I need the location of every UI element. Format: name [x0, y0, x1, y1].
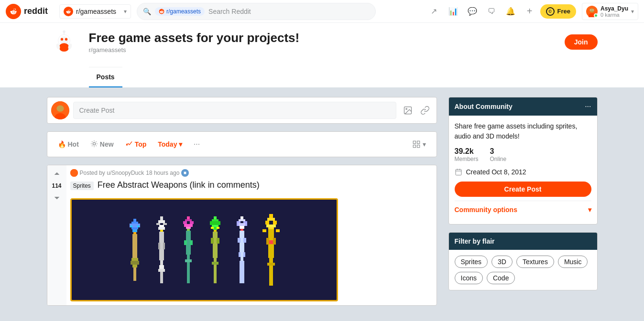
sort-new-button[interactable]: New: [86, 137, 119, 152]
about-community-card: About Community ··· Share free game asse…: [448, 97, 598, 225]
post-time: 18 hours ago: [146, 170, 179, 176]
svg-rect-30: [417, 145, 419, 148]
svg-rect-98: [239, 252, 240, 257]
svg-rect-109: [276, 229, 280, 232]
stats-icon-btn[interactable]: 📊: [445, 3, 462, 20]
svg-point-21: [56, 106, 64, 112]
sort-top-label: Top: [135, 140, 147, 148]
community-header-more-button[interactable]: ···: [585, 102, 591, 111]
weapon-5: [230, 216, 254, 283]
subreddit-dropdown-name: r/gameassets: [76, 8, 116, 15]
notifications-icon-btn[interactable]: 🔔: [502, 3, 519, 20]
svg-rect-87: [214, 265, 217, 283]
svg-rect-86: [212, 262, 218, 265]
subreddit-title: Free game assets for your projects!: [89, 31, 557, 45]
flair-3d[interactable]: 3D: [491, 256, 513, 268]
svg-rect-89: [239, 219, 245, 221]
user-menu[interactable]: Asya_Dyu 0 karma ▾: [582, 3, 638, 20]
flair-music[interactable]: Music: [558, 256, 588, 268]
flair-code[interactable]: Code: [487, 272, 515, 284]
subreddit-info: Free game assets for your projects! r/ga…: [89, 31, 557, 54]
search-placeholder: Search Reddit: [208, 8, 251, 15]
sort-bar: 🔥 Hot New Top: [47, 131, 437, 157]
svg-rect-83: [211, 238, 214, 244]
svg-rect-27: [413, 141, 415, 143]
upvote-button[interactable]: [51, 169, 63, 181]
svg-rect-108: [262, 229, 266, 232]
premium-label: Free: [557, 8, 570, 15]
svg-rect-60: [160, 272, 163, 283]
svg-rect-74: [214, 216, 217, 219]
chevron-down-options-icon: ▾: [588, 206, 591, 214]
svg-rect-45: [131, 225, 132, 227]
sidebar-create-post-button[interactable]: Create Post: [455, 182, 591, 197]
flair-textures[interactable]: Textures: [516, 256, 554, 268]
flair-icons[interactable]: Icons: [455, 272, 483, 284]
link-icon-btn[interactable]: [417, 103, 433, 118]
svg-rect-80: [217, 227, 219, 229]
post-flair[interactable]: Sprites: [70, 182, 94, 190]
reddit-logo[interactable]: reddit: [6, 4, 48, 19]
online-indicator: [594, 13, 598, 18]
poster-icon: [181, 169, 189, 177]
online-stat: 3 Online: [490, 147, 507, 162]
downvote-button[interactable]: [51, 191, 63, 203]
subreddit-icon: [47, 27, 81, 61]
fire-icon: 🔥: [58, 140, 66, 148]
community-stats: 39.2k Members 3 Online: [455, 147, 591, 162]
svg-rect-44: [133, 268, 136, 281]
svg-rect-88: [240, 216, 243, 219]
sort-today-button[interactable]: Today ▾: [153, 138, 187, 151]
user-info: Asya_Dyu 0 karma: [600, 5, 628, 18]
post-author-avatar: [70, 169, 78, 177]
svg-rect-104: [265, 221, 269, 225]
username: Asya_Dyu: [600, 5, 628, 12]
svg-rect-72: [185, 259, 192, 262]
svg-rect-112: [273, 238, 276, 245]
svg-rect-28: [417, 141, 419, 143]
sort-hot-button[interactable]: 🔥 Hot: [53, 138, 84, 151]
svg-rect-64: [190, 221, 194, 224]
community-description: Share free game assets including sprites…: [455, 121, 591, 141]
search-bar[interactable]: 🔍 r/gameassets Search Reddit: [137, 3, 376, 20]
post-meta: Posted by u/SnoopyDuck 18 hours ago: [70, 169, 433, 177]
search-icon: 🔍: [143, 8, 151, 15]
filter-flair-card: Filter by flair Sprites 3D Textures Musi…: [448, 232, 598, 290]
community-options-button[interactable]: Community options ▾: [455, 201, 591, 218]
image-upload-icon-btn[interactable]: [400, 103, 415, 118]
post-image[interactable]: [70, 198, 338, 301]
about-community-title: About Community: [455, 103, 513, 110]
members-stat: 39.2k Members: [455, 147, 479, 162]
svg-rect-115: [269, 266, 273, 286]
flair-sprites[interactable]: Sprites: [455, 256, 488, 268]
view-toggle-button[interactable]: ▾: [407, 137, 431, 151]
svg-rect-114: [267, 263, 275, 266]
svg-rect-65: [184, 224, 193, 227]
premium-button[interactable]: © Free: [540, 4, 576, 19]
video-chat-icon-btn[interactable]: 💬: [464, 3, 481, 20]
svg-point-13: [60, 38, 63, 41]
create-post-icons: [400, 103, 433, 118]
join-button[interactable]: Join: [565, 34, 598, 50]
weapons-image: [72, 200, 337, 300]
svg-rect-75: [212, 219, 218, 221]
create-post-input[interactable]: Create Post: [73, 102, 396, 119]
sort-more-button[interactable]: ···: [189, 137, 204, 152]
svg-point-9: [593, 10, 593, 10]
svg-rect-92: [239, 223, 245, 226]
subreddit-dropdown[interactable]: r/gameassets ▾: [59, 4, 131, 19]
svg-rect-51: [159, 225, 164, 227]
tab-posts[interactable]: Posts: [89, 67, 122, 87]
plus-icon-btn[interactable]: +: [521, 3, 538, 20]
svg-rect-77: [212, 225, 218, 227]
chat-icon-btn[interactable]: 🗨: [483, 3, 500, 20]
share-icon-btn[interactable]: ↗: [426, 3, 443, 20]
sidebar: About Community ··· Share free game asse…: [448, 97, 598, 306]
svg-rect-82: [213, 232, 218, 258]
svg-rect-41: [131, 258, 138, 261]
weapon-4: [203, 216, 227, 283]
sort-top-button[interactable]: Top: [120, 137, 152, 152]
svg-rect-46: [137, 225, 139, 227]
svg-rect-76: [210, 221, 220, 225]
members-label: Members: [455, 156, 479, 162]
